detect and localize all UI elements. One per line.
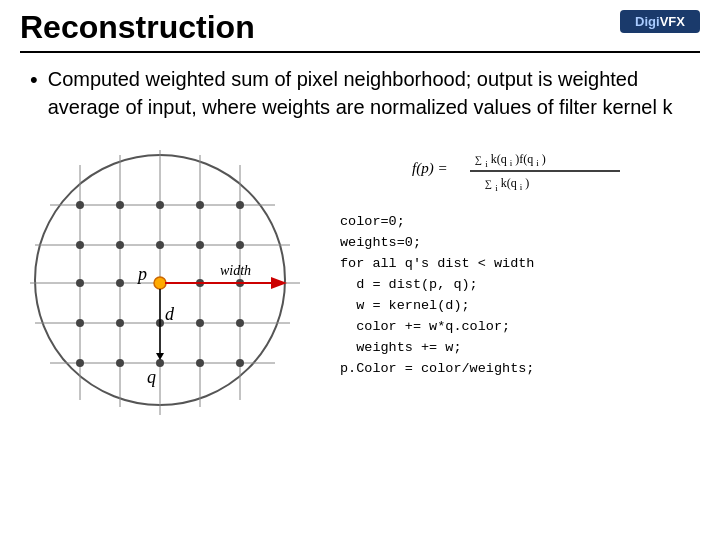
diagram-svg: p width d q	[20, 135, 320, 425]
slide: Reconstruction DigiVFX • Computed weight…	[0, 0, 720, 540]
svg-point-22	[116, 279, 124, 287]
svg-point-32	[116, 359, 124, 367]
code-block: color=0; weights=0; for all q's dist < w…	[340, 212, 700, 379]
svg-point-16	[76, 241, 84, 249]
logo-vfx: VFX	[660, 14, 685, 29]
main-content: p width d q f(p) = ∑	[20, 135, 700, 425]
svg-point-14	[196, 201, 204, 209]
svg-point-21	[76, 279, 84, 287]
bullet-text: Computed weighted sum of pixel neighborh…	[48, 65, 700, 121]
svg-point-31	[76, 359, 84, 367]
svg-text:d: d	[165, 304, 175, 324]
svg-point-15	[236, 201, 244, 209]
svg-point-19	[196, 241, 204, 249]
svg-point-33	[156, 359, 164, 367]
svg-point-26	[76, 319, 84, 327]
svg-point-30	[236, 319, 244, 327]
bullet-dot: •	[30, 67, 38, 93]
formula-svg: f(p) = ∑ i k(q i )f(q i ) ∑	[410, 135, 630, 200]
svg-marker-40	[156, 353, 164, 360]
svg-point-20	[236, 241, 244, 249]
svg-text:q: q	[147, 367, 156, 387]
logo-digi: Digi	[635, 14, 660, 29]
svg-point-34	[196, 359, 204, 367]
svg-text:width: width	[220, 263, 251, 278]
svg-point-11	[76, 201, 84, 209]
svg-point-17	[116, 241, 124, 249]
svg-text:∑
            i
            k(: ∑ i k(q i )	[485, 176, 529, 194]
bullet-section: • Computed weighted sum of pixel neighbo…	[20, 65, 700, 121]
svg-point-27	[116, 319, 124, 327]
page-title: Reconstruction	[20, 10, 255, 45]
formula-area: f(p) = ∑ i k(q i )f(q i ) ∑	[340, 135, 700, 200]
svg-point-12	[116, 201, 124, 209]
svg-point-18	[156, 241, 164, 249]
svg-text:p: p	[136, 264, 147, 284]
svg-point-29	[196, 319, 204, 327]
right-panel: f(p) = ∑ i k(q i )f(q i ) ∑	[340, 135, 700, 379]
svg-point-13	[156, 201, 164, 209]
svg-text:f(p) =: f(p) =	[412, 160, 448, 177]
svg-point-35	[236, 359, 244, 367]
header: Reconstruction DigiVFX	[20, 10, 700, 53]
digi-vfx-logo: DigiVFX	[620, 10, 700, 33]
svg-point-23	[154, 277, 166, 289]
diagram-area: p width d q	[20, 135, 320, 425]
svg-text:∑
            i
            k(: ∑ i k(q i )f(q i )	[475, 152, 546, 170]
